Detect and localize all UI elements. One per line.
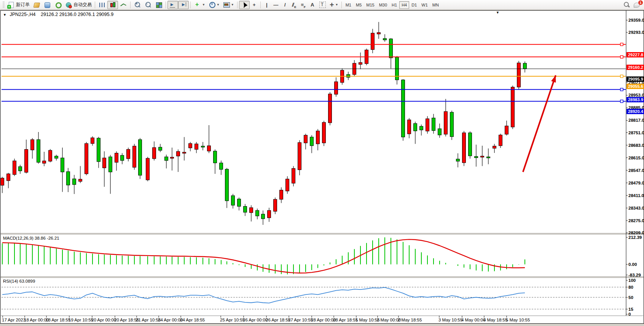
candle-body (73, 179, 76, 184)
zoom-out-button[interactable]: - (143, 1, 153, 9)
y-axis-tick-label: 28547.0 (628, 168, 644, 173)
timeframe-m5-button[interactable]: M5 (354, 1, 364, 9)
dropdown-caret-icon[interactable]: ▼ (202, 3, 205, 6)
candle-body (450, 112, 454, 137)
x-axis-tick-label: 1 May 10:55 (355, 318, 379, 322)
candle-body (256, 210, 259, 216)
x-axis-tick-label: 3 May 10:55 (438, 318, 462, 322)
x-axis-tick-label: 28 Apr 18:55 (333, 318, 358, 322)
candle-body (103, 158, 106, 168)
new-order-button-label: 新订单 (16, 2, 30, 8)
text-icon: A (310, 1, 315, 9)
candle-body (280, 190, 283, 199)
line-handle-marker[interactable] (620, 43, 623, 46)
chart-shift-button[interactable] (178, 1, 189, 9)
strategy-tester-button[interactable] (53, 1, 63, 9)
toolbar-separator (130, 2, 131, 8)
tile-windows-button[interactable] (153, 1, 164, 9)
zoom-in-button[interactable]: + (132, 1, 143, 9)
x-axis-tick-label: 2 May 00:00 (377, 318, 401, 322)
tile-windows-icon (155, 1, 163, 9)
chart-shift-icon (180, 1, 187, 9)
chart-menu-triangle-icon[interactable]: ▼ (3, 13, 6, 17)
line-handle-marker[interactable] (620, 100, 623, 103)
profile-icon (33, 1, 40, 9)
rsi-axis-label: 100 (628, 278, 636, 283)
auto-trading-button[interactable]: 自动交易 (63, 1, 93, 9)
bar-chart-icon (98, 1, 106, 9)
y-axis-tick-label: 28343.0 (628, 206, 644, 210)
fibonacci-button[interactable]: ≡F (299, 1, 308, 9)
candle-body (207, 146, 211, 151)
bar-chart-button[interactable] (97, 1, 107, 9)
indicators-button[interactable]: ▼ (192, 1, 207, 9)
candle-body (231, 196, 235, 205)
auto-scroll-button[interactable] (167, 1, 178, 9)
chart-corner-triangle-icon[interactable]: ▼ (496, 11, 499, 14)
line-handle-marker[interactable] (620, 88, 623, 91)
x-axis-tick-label: 26 Apr 18:55 (266, 318, 290, 322)
macd-panel-separator[interactable] (1, 233, 643, 234)
horizontal-line-button[interactable]: — (271, 1, 281, 9)
rsi-label: RSI(14) 63.0899 (3, 279, 35, 283)
notifications-button[interactable]: 1 (632, 1, 642, 9)
timeframe-m30-button[interactable]: M30 (377, 1, 389, 9)
line-chart-icon (120, 1, 127, 9)
candle-body (316, 131, 320, 144)
candlestick-chart-button[interactable] (107, 1, 118, 9)
candle-body (505, 126, 509, 134)
periods-button[interactable]: ▼ (207, 1, 221, 9)
timeframe-h1-button[interactable]: H1 (389, 1, 399, 9)
line-chart-button[interactable] (118, 1, 129, 9)
line-handle-marker[interactable] (620, 56, 623, 58)
candle-body (37, 140, 40, 162)
label-button[interactable] (317, 1, 328, 9)
profile-button[interactable] (31, 1, 42, 9)
candle-body (298, 143, 301, 170)
candle-body (85, 143, 88, 174)
zoom-in-icon: + (134, 1, 141, 9)
vertical-line-button[interactable]: | (262, 1, 271, 9)
dropdown-caret-icon[interactable]: ▼ (231, 3, 234, 6)
window-bottom-strip (0, 324, 644, 326)
market-watch-button[interactable] (42, 1, 53, 9)
trendline-button[interactable]: / (281, 1, 290, 9)
price-chart[interactable]: 29359.029293.029021.028953.028885.028817… (0, 10, 644, 324)
new-order-button[interactable]: 新订单 (6, 1, 31, 9)
candle-body (1, 178, 4, 185)
templates-button[interactable]: ▼ (221, 1, 236, 9)
candle-body (195, 144, 198, 149)
candle-body (220, 163, 223, 169)
timeframe-w1-button[interactable]: W1 (419, 1, 430, 9)
clock-icon (208, 1, 216, 9)
arrows-button[interactable]: ✛▼ (328, 1, 340, 9)
x-axis-tick-label: 21 Apr 10:55 (136, 318, 161, 322)
x-axis-tick-label: 4 May 00:00 (461, 318, 485, 322)
candle-body (438, 129, 442, 135)
crosshair-button[interactable]: + (250, 1, 259, 9)
channel-button[interactable]: ⫽E (290, 1, 299, 9)
candle-body (304, 135, 308, 143)
text-button[interactable]: A (308, 1, 317, 9)
auto-trading-button-label: 自动交易 (73, 2, 92, 8)
candle-body (67, 172, 70, 185)
dropdown-caret-icon[interactable]: ▼ (335, 3, 338, 6)
cursor-icon (241, 1, 248, 9)
y-axis-tick-label: 29359.0 (628, 18, 644, 22)
timeframe-m15-button[interactable]: M15 (364, 1, 376, 9)
candle-body (499, 135, 502, 146)
dropdown-caret-icon[interactable]: ▼ (217, 3, 220, 6)
toolbar-grip[interactable] (3, 2, 5, 8)
y-axis-tick-label: 28817.0 (628, 118, 644, 122)
rsi-panel-separator[interactable] (1, 277, 643, 278)
timeframe-h4-button[interactable]: H4 (399, 1, 409, 9)
timeframe-m1-button[interactable]: M1 (343, 1, 354, 9)
x-axis-tick-label: 2 May 18:55 (398, 318, 422, 322)
horizontal-line-icon: — (273, 1, 279, 9)
line-handle-marker[interactable] (620, 75, 623, 78)
timeframe-mn-button[interactable]: MN (430, 1, 441, 9)
cursor-button[interactable] (239, 1, 250, 9)
x-axis-tick-label: 28 Apr 00:00 (311, 318, 336, 322)
timeframe-d1-button[interactable]: D1 (409, 1, 419, 9)
search-button[interactable] (621, 1, 632, 9)
